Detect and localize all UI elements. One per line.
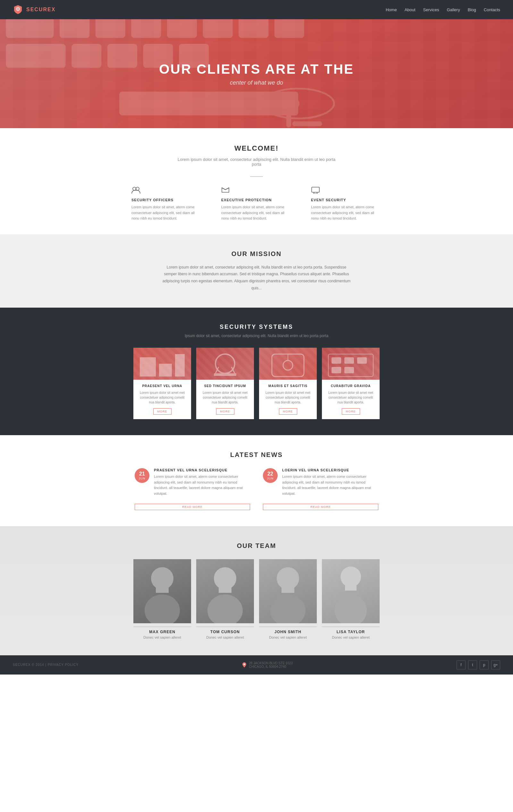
executive-text: Lorem ipsum dolor sit amet, aterm come c… (221, 204, 292, 222)
team-section: OUR TEAM MAX GREEN Donec vel sapien alle… (0, 526, 513, 655)
navbar: SECUREX Home About Services Gallery Blog… (0, 0, 513, 19)
team-photo-4 (322, 559, 380, 623)
news-date-badge-2: 22 JUN (263, 468, 278, 483)
news-item-text-1: Lorem ipsum dolor sit amet, aterm come c… (154, 474, 250, 496)
hero-title: OUR CLIENTS ARE AT THE (159, 61, 354, 77)
news-read-more-btn-2[interactable]: READ MORE (263, 504, 378, 510)
team-member-role-2: Donec vel sapien alleret (196, 635, 254, 639)
welcome-divider (250, 176, 263, 177)
nav-gallery[interactable]: Gallery (447, 7, 460, 12)
svg-point-55 (277, 567, 299, 590)
news-row: 21 JUN PRAESENT VEL URNA SCELERISQUE Lor… (26, 468, 487, 510)
team-row: MAX GREEN Donec vel sapien alleret TOM C… (19, 559, 494, 639)
team-member-1: MAX GREEN Donec vel sapien alleret (133, 559, 191, 639)
svg-point-53 (208, 594, 243, 623)
svg-rect-54 (219, 586, 232, 593)
mission-section: OUR MISSION Lorem ipsum dolor sit amet, … (0, 234, 513, 308)
card-text-1: Lorem ipsum dolor sit amet met consectet… (137, 390, 187, 405)
mission-title: OUR MISSION (26, 250, 487, 258)
social-twitter[interactable]: t (468, 661, 477, 669)
svg-point-52 (214, 567, 236, 590)
news-read-more-btn-1[interactable]: READ MORE (135, 504, 250, 510)
news-title: LATEST NEWS (26, 451, 487, 459)
officers-icon (132, 186, 202, 196)
svg-rect-37 (175, 354, 185, 377)
svg-rect-12 (60, 19, 89, 38)
news-section: LATEST NEWS 21 JUN PRAESENT VEL URNA SCE… (0, 435, 513, 526)
svg-rect-20 (72, 44, 101, 68)
social-google-plus[interactable]: g+ (491, 661, 500, 669)
card-more-btn-1[interactable]: MORE (153, 408, 171, 415)
welcome-title: WELCOME! (26, 144, 487, 152)
team-member-name-4: LISA TAYLOR (322, 630, 380, 634)
svg-rect-60 (345, 585, 356, 590)
news-date-badge-1: 21 JUN (135, 468, 150, 483)
svg-point-30 (136, 187, 139, 190)
svg-rect-26 (286, 92, 291, 127)
nav-services[interactable]: Services (423, 7, 439, 12)
card-body-4: CURABITUR GRAVIDA Lorem ipsum dolor sit … (322, 380, 380, 419)
systems-cards-row: PRAESENT VEL URNA Lorem ipsum dolor sit … (19, 348, 494, 419)
svg-rect-15 (167, 19, 197, 38)
svg-rect-17 (239, 19, 268, 38)
svg-rect-46 (357, 357, 367, 364)
system-card-2: SED TINCIDUNT IPSUM Lorem ipsum dolor si… (196, 348, 254, 419)
card-body-3: MAURIS ET SAGITTIS Lorem ipsum dolor sit… (259, 380, 317, 419)
systems-section: SECURITY SYSTEMS Ipsum dolor sit amet, c… (0, 308, 513, 435)
svg-rect-28 (292, 121, 322, 126)
svg-point-27 (290, 99, 299, 108)
system-card-1: PRAESENT VEL URNA Lorem ipsum dolor sit … (133, 348, 191, 419)
nav-blog[interactable]: Blog (468, 7, 476, 12)
svg-point-29 (133, 187, 136, 190)
logo-area: SECUREX (13, 4, 55, 15)
team-photo-1 (133, 559, 191, 623)
svg-rect-51 (156, 586, 169, 593)
nav-home[interactable]: Home (386, 7, 397, 12)
team-title: OUR TEAM (19, 542, 494, 550)
svg-rect-31 (312, 187, 319, 192)
systems-description: Ipsum dolor sit amet, consectetur adipis… (19, 334, 494, 338)
nav-about[interactable]: About (405, 7, 415, 12)
card-more-btn-3[interactable]: MORE (279, 408, 297, 415)
svg-rect-48 (344, 367, 354, 373)
svg-rect-39 (214, 373, 236, 376)
card-text-2: Lorem ipsum dolor sit amet met consectet… (200, 390, 250, 405)
news-item-text-2: Lorem ipsum dolor sit amet, aterm come c… (282, 474, 378, 496)
svg-point-50 (144, 594, 180, 623)
card-more-btn-4[interactable]: MORE (342, 408, 360, 415)
event-text: Lorem ipsum dolor sit amet, aterm come c… (311, 204, 381, 222)
svg-rect-47 (331, 367, 341, 373)
card-more-btn-2[interactable]: MORE (216, 408, 234, 415)
services-row: SECURITY OFFICERS Lorem ipsum dolor sit … (26, 186, 487, 222)
team-member-name-3: JOHN SMITH (259, 630, 317, 634)
team-member-name-1: MAX GREEN (133, 630, 191, 634)
svg-rect-19 (6, 44, 66, 68)
social-pinterest[interactable]: p (480, 661, 489, 669)
svg-point-1 (17, 8, 19, 10)
card-body-2: SED TINCIDUNT IPSUM Lorem ipsum dolor si… (196, 380, 254, 419)
service-item-event: EVENT SECURITY Lorem ipsum dolor sit ame… (311, 186, 381, 222)
service-item-executive: EXECUTIVE PROTECTION Lorem ipsum dolor s… (221, 186, 292, 222)
systems-title: SECURITY SYSTEMS (19, 324, 494, 330)
hero-subtitle: center of what we do (159, 80, 354, 86)
svg-rect-21 (107, 44, 137, 68)
team-member-role-3: Donec vel sapien alleret (259, 635, 317, 639)
footer-social: f t p g+ (457, 661, 500, 669)
card-image-4 (322, 348, 380, 380)
nav-contacts[interactable]: Contacts (484, 7, 500, 12)
svg-point-41 (283, 360, 293, 370)
team-photo-3 (259, 559, 317, 623)
card-text-4: Lorem ipsum dolor sit amet met consectet… (326, 390, 376, 405)
svg-point-58 (341, 567, 361, 587)
svg-rect-35 (140, 357, 156, 377)
logo-text: SECUREX (26, 7, 55, 12)
service-item-officers: SECURITY OFFICERS Lorem ipsum dolor sit … (132, 186, 202, 222)
svg-point-56 (270, 594, 305, 623)
system-card-4: CURABITUR GRAVIDA Lorem ipsum dolor sit … (322, 348, 380, 419)
card-body-1: PRAESENT VEL URNA Lorem ipsum dolor sit … (133, 380, 191, 419)
card-image-2 (196, 348, 254, 380)
svg-rect-18 (274, 19, 304, 38)
news-item-title-2: LOERIN VEL URNA SCELERISQUE (282, 468, 378, 472)
social-facebook[interactable]: f (457, 661, 465, 669)
hero-section: OUR CLIENTS ARE AT THE center of what we… (0, 19, 513, 128)
